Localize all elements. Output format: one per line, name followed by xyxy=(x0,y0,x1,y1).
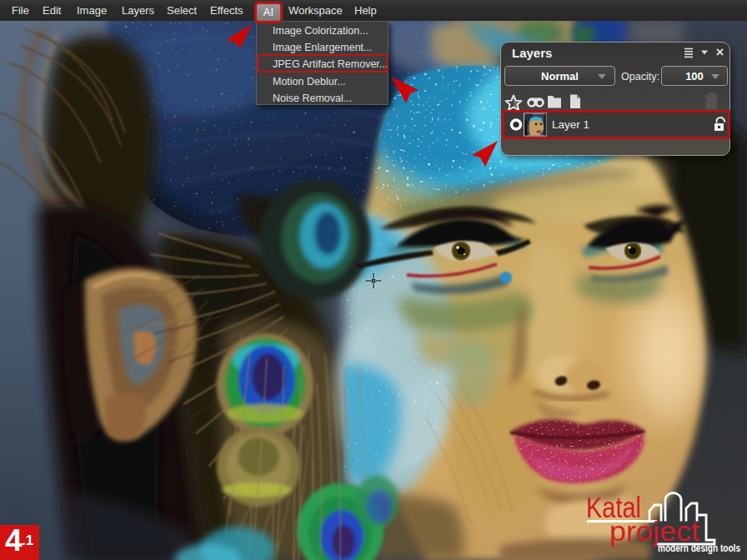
svg-text:modern design tools: modern design tools xyxy=(658,542,740,554)
